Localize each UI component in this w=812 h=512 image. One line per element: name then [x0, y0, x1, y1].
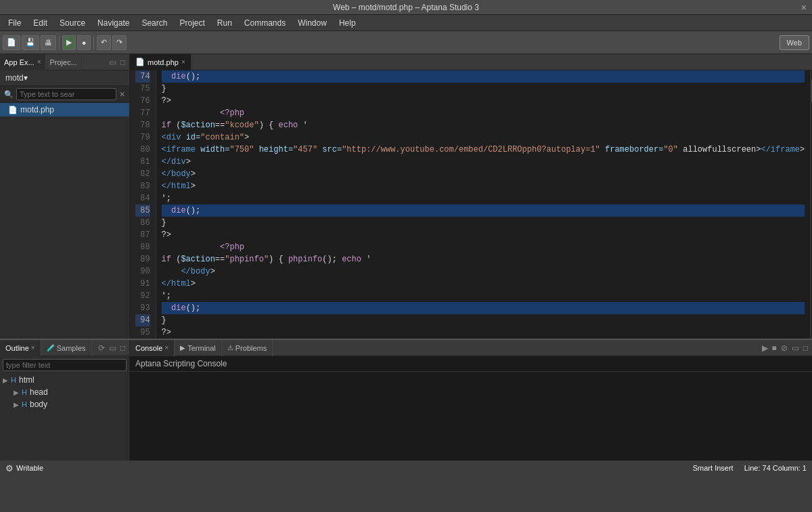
menu-source[interactable]: Source	[54, 17, 91, 29]
outline-label: Outline	[5, 344, 29, 352]
menu-file[interactable]: File	[3, 17, 26, 29]
debug-btn[interactable]: ●	[77, 35, 91, 50]
tab-console[interactable]: Console ×	[130, 340, 175, 356]
minimize-console-icon[interactable]: ▭	[790, 343, 800, 353]
save-btn[interactable]: 💾	[22, 35, 39, 50]
console-panel: Console × ▶ Terminal ⚠ Problems ▶ ■ ⊘ ▭ …	[130, 340, 812, 461]
maximize-console-icon[interactable]: □	[802, 343, 809, 353]
line-num-89: 89	[135, 253, 150, 265]
close-console[interactable]: ×	[164, 344, 168, 351]
code-line-96: ?>	[162, 326, 805, 339]
line-num-81: 81	[135, 156, 150, 168]
minimize-icon[interactable]: ▭	[108, 58, 118, 67]
console-title: Aptana Scripting Console	[130, 356, 812, 372]
code-line-87: ?>	[162, 229, 805, 241]
run-btn[interactable]: ▶	[62, 35, 76, 50]
menu-navigate[interactable]: Navigate	[92, 17, 135, 29]
search-input[interactable]	[16, 88, 116, 100]
code-line-82: </body>	[162, 168, 805, 180]
tree-item-html[interactable]: ▶ H html	[0, 374, 129, 386]
outline-panel: Outline × 🧪 Samples ⟳ ▭ □ ▶ H ht	[0, 340, 130, 461]
code-content[interactable]: die();}?> <?phpif ($action=="kcode") { e…	[156, 70, 811, 339]
sidebar-title[interactable]: motd▾	[0, 70, 129, 86]
line-num-78: 78	[135, 119, 150, 131]
console-content[interactable]	[130, 372, 812, 461]
line-num-77: 77	[135, 107, 150, 119]
tab-problems[interactable]: ⚠ Problems	[222, 340, 273, 356]
body-icon: H	[22, 400, 27, 408]
editor-panel: 📄 motd.php × 747576777879808182838485868…	[130, 54, 812, 339]
new-btn[interactable]: 📄	[3, 35, 20, 50]
sync-icon[interactable]: ⟳	[97, 343, 106, 353]
code-line-91: </body>	[162, 265, 805, 278]
menu-edit[interactable]: Edit	[28, 17, 53, 29]
maximize-outline-icon[interactable]: □	[119, 343, 127, 353]
menu-project[interactable]: Project	[174, 17, 210, 29]
code-line-79: <div id="contain">	[162, 131, 805, 144]
maximize-icon[interactable]: □	[119, 58, 127, 67]
run-console-icon[interactable]: ▶	[761, 343, 769, 353]
tab-label: App Ex...	[4, 58, 35, 66]
clear-console-icon[interactable]: ⊘	[780, 343, 789, 353]
toolbar: 📄 💾 🖶 ▶ ● ↶ ↷ Web	[0, 31, 812, 54]
minimize-outline-icon[interactable]: ▭	[108, 343, 118, 353]
problems-icon: ⚠	[227, 344, 233, 351]
search-icon: 🔍	[3, 90, 15, 99]
stop-icon[interactable]: ■	[771, 343, 778, 353]
editor-tab-motd[interactable]: 📄 motd.php ×	[130, 54, 191, 70]
tree-item-head[interactable]: ▶ H head	[0, 386, 129, 398]
expand-icon: ▶	[14, 401, 19, 408]
tab-terminal[interactable]: ▶ Terminal	[175, 340, 222, 356]
line-num-76: 76	[135, 95, 150, 107]
tab-label: Projec...	[49, 58, 76, 66]
web-button[interactable]: Web	[780, 35, 809, 50]
code-line-85: die();	[162, 205, 805, 217]
file-motd-php[interactable]: 📄 motd.php	[0, 103, 129, 116]
outline-content: ▶ H html ▶ H head ▶ H body	[0, 356, 129, 461]
title-bar: Web – motd/motd.php – Aptana Studio 3 ×	[0, 0, 812, 15]
left-panel-tabs: App Ex... × Projec... ▭ □	[0, 54, 129, 70]
menu-help[interactable]: Help	[334, 17, 361, 29]
menu-commands[interactable]: Commands	[239, 17, 291, 29]
case-sensitive-btn[interactable]: aA	[128, 90, 129, 98]
tab-app-explorer[interactable]: App Ex... ×	[0, 54, 45, 70]
insert-mode: Smart Insert	[693, 464, 734, 472]
line-num-83: 83	[135, 180, 150, 192]
undo-btn[interactable]: ↶	[97, 35, 111, 50]
line-num-86: 86	[135, 217, 150, 229]
problems-label: Problems	[235, 344, 267, 352]
code-line-77: <?php	[162, 107, 805, 119]
print-btn[interactable]: 🖶	[41, 35, 56, 50]
code-editor[interactable]: 7475767778798081828384858687888990919293…	[130, 70, 812, 339]
status-bar: ⚙ Writable Smart Insert Line: 74 Column:…	[0, 461, 812, 475]
code-line-89: if ($action=="phpinfo") { phpinfo(); ech…	[162, 253, 805, 265]
menu-window[interactable]: Window	[292, 17, 332, 29]
tab-outline[interactable]: Outline ×	[0, 340, 41, 356]
menu-bar: FileEditSourceNavigateSearchProjectRunCo…	[0, 15, 812, 31]
filter-input[interactable]	[3, 359, 127, 371]
tab-close-app[interactable]: ×	[37, 58, 41, 66]
menu-run[interactable]: Run	[212, 17, 238, 29]
line-num-80: 80	[135, 144, 150, 156]
code-line-94: die();	[162, 302, 805, 314]
menu-search[interactable]: Search	[136, 17, 173, 29]
line-num-95: 95	[135, 326, 150, 339]
tab-project[interactable]: Projec...	[45, 54, 81, 70]
outline-tabs: Outline × 🧪 Samples ⟳ ▭ □	[0, 340, 129, 356]
tab-close-editor[interactable]: ×	[181, 58, 185, 66]
redo-btn[interactable]: ↷	[112, 35, 127, 50]
close-outline[interactable]: ×	[31, 344, 35, 351]
tree-label: head	[30, 387, 48, 397]
code-line-95: }	[162, 314, 805, 326]
close-icon[interactable]: ×	[801, 2, 807, 13]
terminal-label: Terminal	[187, 344, 216, 352]
tab-samples[interactable]: 🧪 Samples	[41, 340, 92, 356]
line-num-82: 82	[135, 168, 150, 180]
tree-item-body[interactable]: ▶ H body	[0, 398, 129, 410]
code-line-74: die();	[162, 70, 805, 83]
console-tabs: Console × ▶ Terminal ⚠ Problems ▶ ■ ⊘ ▭ …	[130, 340, 812, 356]
writable-status: Writable	[16, 464, 43, 472]
left-panel: App Ex... × Projec... ▭ □ motd▾ 🔍 ✕ aA .…	[0, 54, 130, 339]
code-line-83: </html>	[162, 180, 805, 192]
clear-search-icon[interactable]: ✕	[118, 90, 127, 99]
